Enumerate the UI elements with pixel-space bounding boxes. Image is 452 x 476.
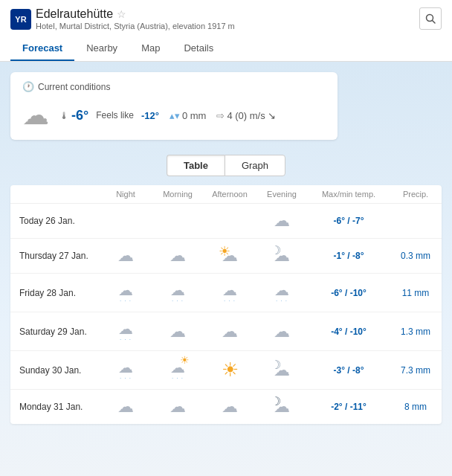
row-date: Saturday 29 Jan. [10,327,100,337]
tab-forecast[interactable]: Forecast [10,36,74,61]
th-date [10,190,100,199]
th-morning: Morning [152,190,204,199]
row-evening-icon: ☁· · · [256,281,308,304]
table-row: Thursday 27 Jan. ☁ ☁ ☀ ☁ ☽ ☁ -1° / -8° 0… [10,239,442,274]
row-evening-icon: ☁ [256,211,308,231]
row-morning-icon: ☁· · · [152,281,204,304]
clock-icon: 🕐 [22,81,34,92]
row-precip: 8 mm [390,402,442,412]
row-date: Sunday 30 Jan. [10,365,100,376]
current-conditions-title: 🕐 Current conditions [22,81,326,92]
th-precip: Precip. [390,190,442,199]
row-precip: 0.3 mm [390,251,442,261]
th-night: Night [100,190,152,199]
row-afternoon-icon: ☁· · · [204,281,256,304]
graph-toggle-button[interactable]: Graph [225,155,285,176]
row-temp: -6° / -10° [308,288,390,298]
row-morning-icon: ☀ ☁ · · · [152,358,204,382]
view-toggle: Table Graph [10,155,442,176]
tab-details[interactable]: Details [172,36,225,61]
row-evening-icon: ☽ ☁ [256,246,308,266]
row-date: Friday 28 Jan. [10,288,100,298]
table-row: Monday 31 Jan. ☁ ☁ ☁ ☽ ☁ -2° / -11° 8 mm… [10,390,442,424]
row-morning-icon: ☁ [152,322,204,341]
header: YR Edelrautehütte ☆ Hotel, Murtal Distri… [0,0,452,62]
table-row: Friday 28 Jan. ☁· · · ☁· · · ☁· · · ☁· ·… [10,274,442,312]
current-wind: 4 (0) m/s [227,110,265,121]
table-row: Sunday 30 Jan. ☁· · · ☀ ☁ · · · ☀ ☽ ☁ [10,351,442,390]
row-date: Monday 31 Jan. [10,402,100,412]
table-toggle-button[interactable]: Table [167,155,225,176]
th-afternoon: Afternoon [204,190,256,199]
current-precip: 0 mm [182,110,207,121]
row-afternoon-icon: ☀ [204,358,256,382]
tab-nearby[interactable]: Nearby [74,36,129,61]
row-night-icon: ☁ [100,246,152,266]
current-weather-icon: ☁ [22,100,49,131]
search-icon [425,13,436,24]
tab-bar: Forecast Nearby Map Details [10,36,442,61]
row-precip: 11 mm [390,288,442,298]
row-night-icon: ☁· · · [100,281,152,304]
wind-icon: ⇨ [216,110,225,121]
favorite-star-icon[interactable]: ☆ [117,8,126,20]
row-temp: -1° / -8° [308,251,390,261]
table-header-row: Night Morning Afternoon Evening Max/min … [10,185,442,204]
forecast-table: Night Morning Afternoon Evening Max/min … [10,185,442,424]
row-temp: -3° / -8° [308,365,390,376]
main-content: 🕐 Current conditions ☁ 🌡 -6° Feels like … [0,62,452,476]
thermometer-icon: 🌡 [59,110,69,121]
th-evening: Evening [256,190,308,199]
current-temperature: -6° [71,108,88,123]
location-subtitle: Hotel, Murtal District, Styria (Austria)… [36,22,235,30]
row-night-icon: ☁· · · [100,320,152,343]
row-afternoon-icon: ☁ [204,322,256,341]
search-button[interactable] [419,7,442,30]
feels-like-label: Feels like [96,110,134,120]
current-conditions-card: 🕐 Current conditions ☁ 🌡 -6° Feels like … [10,72,338,140]
location-name: Edelrautehütte [36,7,113,21]
row-date: Today 26 Jan. [10,216,100,226]
table-row: Saturday 29 Jan. ☁· · · ☁ ☁ ☁ -4° / -10°… [10,312,442,351]
row-evening-icon: ☽ ☁ [256,397,308,416]
row-temp: -2° / -11° [308,402,390,412]
yr-logo: YR [10,9,31,30]
row-morning-icon: ☁ [152,246,204,266]
table-row: Today 26 Jan. ☁ -6° / -7° 4 m/s [10,204,442,239]
row-evening-icon: ☽ ☁ [256,361,308,380]
wind-direction-icon: ↘ [268,110,276,121]
row-night-icon: ☁· · · [100,358,152,382]
row-evening-icon: ☁ [256,322,308,341]
row-night-icon: ☁ [100,397,152,416]
tab-map[interactable]: Map [129,36,172,61]
svg-line-1 [433,21,436,24]
th-temp: Max/min temp. [308,190,390,199]
row-afternoon-icon: ☀ ☁ [204,246,256,266]
row-morning-icon: ☁ [152,397,204,416]
row-date: Thursday 27 Jan. [10,251,100,261]
row-precip: 1.3 mm [390,327,442,337]
rain-icon: ▴▾ [170,110,180,121]
row-temp: -6° / -7° [308,216,390,226]
row-temp: -4° / -10° [308,327,390,337]
row-precip: 7.3 mm [390,365,442,376]
row-afternoon-icon: ☁ [204,397,256,416]
location-header: YR Edelrautehütte ☆ Hotel, Murtal Distri… [10,7,235,30]
feels-like-temp: -12° [141,110,159,121]
